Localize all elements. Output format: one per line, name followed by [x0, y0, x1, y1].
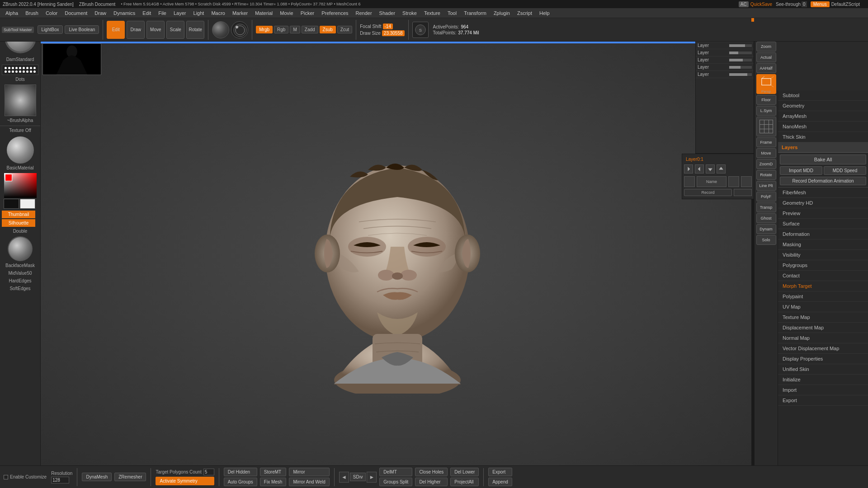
layer-row-3[interactable]: Layer — [696, 49, 754, 56]
layer-ctrl-5[interactable] — [684, 176, 695, 187]
persp-btn[interactable]: Persp — [756, 74, 776, 94]
layer-slider-2[interactable] — [729, 44, 752, 47]
floor-btn[interactable]: Floor — [756, 95, 776, 105]
layers-header-prop[interactable]: Layers — [778, 142, 868, 153]
menu-zplugin[interactable]: Zplugin — [490, 9, 514, 17]
menu-color[interactable]: Color — [42, 9, 61, 17]
actual-btn[interactable]: Actual — [756, 52, 776, 62]
rotate-btn[interactable]: Rotate — [186, 21, 204, 39]
append-btn[interactable]: Append — [488, 478, 512, 486]
menu-zscript[interactable]: Zscript — [514, 9, 536, 17]
groups-split-btn[interactable]: Groups Split — [379, 478, 412, 486]
menu-edit[interactable]: Edit — [139, 9, 155, 17]
enable-customize-checkbox[interactable] — [4, 475, 8, 479]
layer-slider-detail[interactable] — [734, 189, 752, 196]
layer-ctrl-6[interactable] — [728, 176, 739, 187]
del-hidden-btn[interactable]: Del Hidden — [224, 468, 257, 476]
rotate-view-btn[interactable]: Rotate — [756, 170, 776, 180]
menu-tool[interactable]: Tool — [444, 9, 460, 17]
dots-preview[interactable] — [2, 65, 38, 75]
polyf-btn[interactable]: PolyF — [756, 192, 776, 202]
sphere-btn-2[interactable] — [231, 21, 248, 38]
sdiv-down-btn[interactable]: ◄ — [339, 472, 349, 483]
deformation-item[interactable]: Deformation — [778, 229, 868, 239]
menu-alpha[interactable]: Alpha — [2, 9, 22, 17]
geometry-hd-item[interactable]: Geometry HD — [778, 198, 868, 208]
menu-document[interactable]: Document — [61, 9, 91, 17]
preview-item[interactable]: Preview — [778, 208, 868, 219]
color-gradient[interactable] — [4, 173, 37, 198]
del-mt-btn[interactable]: DelMT — [379, 468, 412, 476]
close-holes-btn[interactable]: Close Holes — [415, 468, 448, 476]
grid-btn[interactable] — [756, 117, 776, 136]
polypaint-item[interactable]: Polypaint — [778, 291, 868, 302]
sdiv-up-btn[interactable]: ► — [367, 472, 377, 483]
project-all-btn[interactable]: ProjectAll — [450, 478, 479, 486]
thumbnail-btn[interactable]: Thumbnail — [2, 211, 35, 218]
fibermesh-item[interactable]: FiberMesh — [778, 188, 868, 198]
initialize-item[interactable]: Initialize — [778, 375, 868, 385]
contact-item[interactable]: Contact — [778, 271, 868, 281]
swatch-black[interactable] — [4, 199, 19, 209]
alpha-preview[interactable] — [5, 84, 36, 116]
del-higher-btn[interactable]: Del Higher — [415, 478, 448, 486]
thick-skin-item[interactable]: Thick Skin — [778, 132, 868, 142]
aahalf-btn[interactable]: AAHalf — [756, 63, 776, 73]
activate-symmetry-btn[interactable]: Activate Symmetry — [156, 477, 214, 485]
polygroups-item[interactable]: Polygroups — [778, 260, 868, 271]
sphere-btn-1[interactable] — [212, 21, 229, 38]
s-toggle[interactable]: S — [412, 22, 429, 38]
layer-slider-5[interactable] — [729, 66, 752, 69]
zcut-btn[interactable]: Zcut — [337, 26, 352, 33]
morph-target-item[interactable]: Morph Target — [778, 281, 868, 291]
layer-row-5[interactable]: Layer — [696, 64, 754, 71]
unified-skin-item[interactable]: Unified Skin — [778, 364, 868, 375]
lsym-btn[interactable]: L.Sym — [756, 106, 776, 116]
dynam-btn[interactable]: Dynam — [756, 224, 776, 234]
display-properties-item[interactable]: Display Properties — [778, 354, 868, 364]
swatch-white[interactable] — [20, 199, 35, 209]
menu-file[interactable]: File — [155, 9, 170, 17]
color-picker[interactable] — [2, 173, 38, 209]
live-boolean-btn[interactable]: Live Boolean — [65, 25, 99, 34]
solo-btn[interactable]: Solo — [756, 235, 776, 245]
layer-ctrl-2[interactable] — [695, 164, 704, 174]
import-mdd-btn[interactable]: Import MDD — [780, 166, 822, 175]
lightbox-btn[interactable]: LightBox — [38, 25, 63, 34]
layer-ctrl-4[interactable] — [717, 164, 726, 174]
menu-help[interactable]: Help — [536, 9, 553, 17]
auto-groups-btn[interactable]: Auto Groups — [224, 478, 257, 486]
menu-draw[interactable]: Draw — [91, 9, 110, 17]
lineplt-btn[interactable]: Line Plt — [756, 181, 776, 191]
default-zscript-btn[interactable]: DefaultZScript — [831, 2, 860, 7]
nanomesh-item[interactable]: NanoMesh — [778, 122, 868, 132]
move-view-btn[interactable]: Move — [756, 148, 776, 158]
zoom-btn[interactable]: Zoom — [756, 42, 776, 52]
material-ball[interactable] — [7, 136, 34, 164]
geometry-item[interactable]: Geometry — [778, 101, 868, 111]
menu-transform[interactable]: Transform — [460, 9, 490, 17]
displacement-map-item[interactable]: Displacement Map — [778, 323, 868, 333]
layer-name-input[interactable]: Name — [697, 176, 726, 187]
silhouette-btn[interactable]: Silhouette — [2, 219, 35, 227]
menu-picker[interactable]: Picker — [297, 9, 318, 17]
menu-macro[interactable]: Macro — [208, 9, 229, 17]
menu-dynamics[interactable]: Dynamics — [110, 9, 139, 17]
zremesher-btn[interactable]: ZRemesher — [114, 473, 146, 481]
mirror-btn[interactable]: Mirror — [289, 468, 330, 476]
frame-btn[interactable]: Frame — [756, 137, 776, 147]
texture-map-item[interactable]: Texture Map — [778, 312, 868, 323]
layer-row-6[interactable]: Layer — [696, 71, 754, 78]
menu-stroke[interactable]: Stroke — [399, 9, 420, 17]
uv-map-item[interactable]: UV Map — [778, 302, 868, 312]
menu-movie[interactable]: Movie — [276, 9, 297, 17]
menu-layer[interactable]: Layer — [170, 9, 190, 17]
menu-brush[interactable]: Brush — [22, 9, 42, 17]
vector-displacement-map-item[interactable]: Vector Displacement Map — [778, 343, 868, 354]
bake-all-btn[interactable]: Bake All — [780, 155, 866, 164]
menus-btn[interactable]: Menus — [811, 1, 830, 7]
zoomd-btn[interactable]: ZoomD — [756, 159, 776, 169]
mdd-speed-input[interactable]: MDD Speed — [824, 166, 866, 175]
layer-slider-6[interactable] — [729, 73, 752, 76]
layer-record-btn[interactable]: Record — [684, 189, 732, 196]
